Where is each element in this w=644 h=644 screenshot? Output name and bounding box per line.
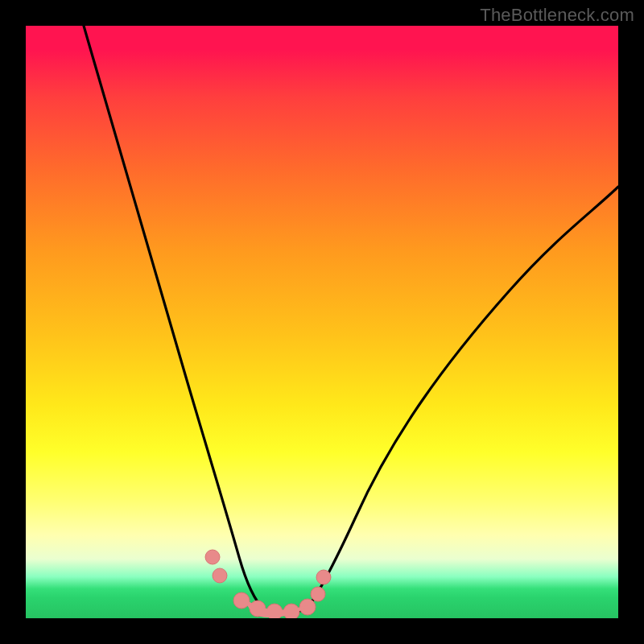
marker-dot — [266, 604, 283, 618]
marker-dot — [205, 550, 220, 564]
chart-svg-layer — [26, 26, 618, 618]
marker-dot — [299, 599, 316, 615]
curve-valley-floor — [264, 609, 306, 613]
curve-left-branch — [84, 26, 264, 609]
chart-frame: TheBottleneck.com — [0, 0, 644, 644]
marker-dot — [250, 601, 266, 617]
curve-right-branch — [306, 187, 618, 609]
chart-plot-area — [26, 26, 618, 618]
marker-dot — [283, 604, 299, 618]
marker-dot — [213, 568, 227, 583]
marker-dot — [316, 570, 331, 584]
marker-dot — [311, 587, 325, 601]
watermark-text: TheBottleneck.com — [480, 5, 634, 26]
marker-band — [205, 550, 331, 618]
marker-fill — [243, 597, 308, 617]
marker-dot — [233, 592, 250, 609]
